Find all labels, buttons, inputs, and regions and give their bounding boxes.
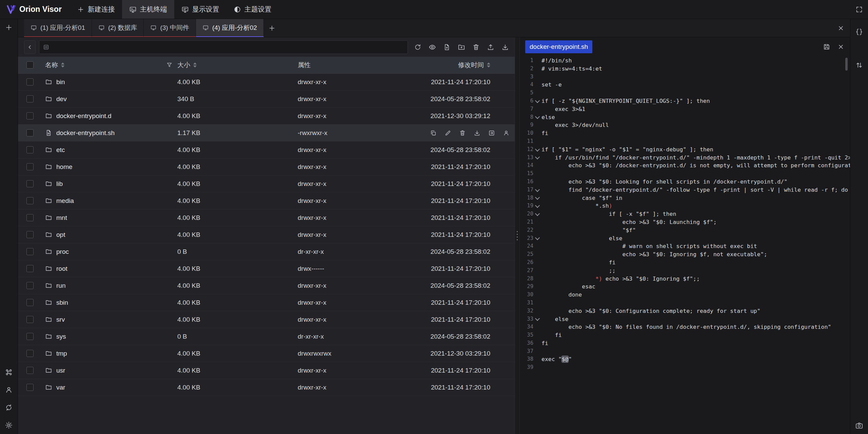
row-checkbox[interactable] [26, 180, 34, 187]
row-checkbox[interactable] [26, 214, 34, 221]
file-name[interactable]: media [56, 197, 74, 205]
edit-icon[interactable] [445, 130, 451, 136]
fold-icon[interactable] [533, 154, 541, 162]
table-row[interactable]: media4.00 KBdrwxr-xr-x2021-11-24 17:20:1… [18, 192, 515, 209]
column-header-size[interactable]: 大小 [177, 61, 190, 70]
row-checkbox[interactable] [26, 78, 34, 86]
table-row[interactable]: root4.00 KBdrwx------2021-11-24 17:20:10 [18, 260, 515, 277]
table-row[interactable]: etc4.00 KBdrwxr-xr-x2024-05-28 23:58:02 [18, 141, 515, 158]
table-row[interactable]: sys0 Bdr-xr-xr-x2024-05-28 23:58:02 [18, 328, 515, 345]
chmod-icon[interactable] [503, 130, 510, 136]
file-name[interactable]: etc [56, 146, 65, 154]
copy-path-icon[interactable] [430, 130, 437, 136]
file-name[interactable]: proc [56, 248, 69, 256]
delete-button[interactable] [470, 41, 482, 53]
sort-icon[interactable] [61, 62, 64, 68]
file-name[interactable]: opt [56, 231, 65, 239]
table-row[interactable]: opt4.00 KBdrwxr-xr-x2021-11-24 17:20:10 [18, 226, 515, 243]
path-input[interactable] [52, 43, 404, 51]
new-folder-button[interactable] [455, 41, 468, 53]
move-icon[interactable] [488, 130, 495, 136]
fold-icon[interactable] [533, 234, 541, 243]
nav-item[interactable]: 新建连接 [70, 0, 122, 19]
row-checkbox[interactable] [26, 299, 34, 306]
row-checkbox[interactable] [26, 350, 34, 357]
table-row[interactable]: bin4.00 KBdrwxr-xr-x2021-11-24 17:20:10 [18, 74, 515, 91]
editor-scrollbar-thumb[interactable] [845, 58, 848, 71]
plus-icon[interactable] [5, 23, 13, 32]
session-tab[interactable]: (4) 应用-分析02 [196, 19, 264, 37]
fold-icon[interactable] [533, 210, 541, 218]
file-name[interactable]: mnt [56, 214, 67, 222]
row-checkbox[interactable] [26, 265, 34, 272]
file-name[interactable]: bin [56, 78, 65, 86]
fold-icon[interactable] [533, 194, 541, 202]
fullscreen-icon[interactable] [850, 6, 868, 13]
save-icon[interactable] [823, 43, 830, 51]
upload-button[interactable] [484, 41, 497, 53]
file-name[interactable]: sbin [56, 299, 68, 306]
row-checkbox[interactable] [26, 231, 34, 238]
table-row[interactable]: var4.00 KBdrwxr-xr-x2021-11-24 17:20:10 [18, 379, 515, 396]
table-row[interactable]: sbin4.00 KBdrwxr-xr-x2021-11-24 17:20:10 [18, 294, 515, 311]
close-panel-icon[interactable] [837, 24, 845, 32]
fold-icon[interactable] [533, 97, 541, 105]
file-name[interactable]: usr [56, 367, 65, 374]
fold-icon[interactable] [533, 113, 541, 121]
nav-item[interactable]: 显示设置 [174, 0, 226, 19]
back-button[interactable] [24, 40, 36, 54]
table-row[interactable]: usr4.00 KBdrwxr-xr-x2021-11-24 17:20:10 [18, 362, 515, 379]
table-row[interactable]: docker-entrypoint.sh1.17 KB-rwxrwxr-x [18, 125, 515, 141]
file-name[interactable]: tmp [56, 350, 67, 357]
file-name[interactable]: docker-entrypoint.sh [56, 129, 115, 137]
fold-icon[interactable] [533, 146, 541, 154]
file-name[interactable]: srv [56, 316, 65, 323]
row-checkbox[interactable] [26, 384, 34, 391]
file-name[interactable]: lib [56, 180, 63, 188]
new-file-button[interactable] [440, 41, 453, 53]
gear-icon[interactable] [5, 421, 13, 429]
row-checkbox[interactable] [26, 95, 34, 102]
session-tab[interactable]: (2) 数据库 [92, 19, 144, 37]
fold-icon[interactable] [533, 315, 541, 323]
table-row[interactable]: lib4.00 KBdrwxr-xr-x2021-11-24 17:20:10 [18, 175, 515, 192]
table-row[interactable]: srv4.00 KBdrwxr-xr-x2021-11-24 17:20:10 [18, 311, 515, 328]
sort-icon[interactable] [193, 62, 197, 68]
file-name[interactable]: root [56, 265, 67, 272]
file-name[interactable]: dev [56, 95, 67, 103]
delete-icon[interactable] [459, 130, 466, 136]
user-icon[interactable] [5, 386, 13, 394]
row-checkbox[interactable] [26, 282, 34, 289]
preview-button[interactable] [426, 41, 438, 53]
fold-icon[interactable] [533, 202, 541, 210]
file-name[interactable]: home [56, 163, 73, 171]
table-row[interactable]: dev340 Bdrwxr-xr-x2024-05-28 23:58:02 [18, 91, 515, 108]
refresh-button[interactable] [411, 41, 424, 53]
filter-icon[interactable] [166, 62, 173, 68]
file-name[interactable]: var [56, 384, 65, 391]
download-button[interactable] [499, 41, 511, 53]
row-checkbox[interactable] [26, 248, 34, 255]
swap-icon[interactable] [855, 61, 863, 69]
table-row[interactable]: tmp4.00 KBdrwxrwxrwx2021-12-30 03:29:10 [18, 345, 515, 362]
command-icon[interactable] [5, 368, 13, 376]
table-row[interactable]: home4.00 KBdrwxr-xr-x2021-11-24 17:20:10 [18, 158, 515, 175]
table-row[interactable]: proc0 Bdr-xr-xr-x2024-05-28 23:58:02 [18, 243, 515, 260]
session-tab[interactable]: (3) 中间件 [144, 19, 196, 37]
editor-close-icon[interactable] [837, 43, 845, 51]
row-checkbox[interactable] [26, 146, 34, 153]
new-tab-button[interactable] [264, 19, 280, 37]
select-all-checkbox[interactable] [26, 61, 34, 69]
table-row[interactable]: mnt4.00 KBdrwxr-xr-x2021-11-24 17:20:10 [18, 209, 515, 226]
session-tab[interactable]: (1) 应用-分析01 [24, 19, 92, 37]
file-name[interactable]: sys [56, 333, 66, 340]
table-row[interactable]: docker-entrypoint.d4.00 KBdrwxr-xr-x2021… [18, 108, 515, 125]
camera-icon[interactable] [855, 421, 863, 430]
column-header-name[interactable]: 名称 [45, 61, 58, 70]
download-icon[interactable] [474, 130, 480, 136]
editor-code[interactable]: 1#!/bin/sh2# vim:sw=4:ts=4:et34set -e56i… [520, 56, 850, 434]
row-checkbox[interactable] [26, 112, 34, 119]
nav-item[interactable]: 主题设置 [226, 0, 279, 19]
column-header-attr[interactable]: 属性 [298, 61, 311, 70]
file-name[interactable]: docker-entrypoint.d [56, 112, 112, 120]
